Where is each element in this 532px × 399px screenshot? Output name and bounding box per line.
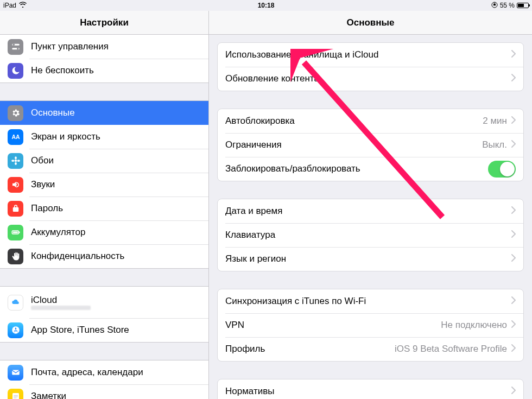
chevron-right-icon [511,206,516,216]
sidebar-item-label: Пункт управления [31,41,109,52]
battery-icon [8,225,23,240]
chevron-right-icon [511,387,516,396]
detail-row-label: Клавиатура [225,230,511,240]
detail-row-label: Нормативы [225,386,511,397]
sidebar-item-sounds[interactable]: Звуки [0,173,208,197]
detail-row[interactable]: Синхронизация с iTunes по Wi-Fi [218,289,523,313]
sidebar-item-label: Конфиденциальность [31,251,124,262]
detail-row-label: VPN [225,320,441,331]
sidebar-item-battery[interactable]: Аккумулятор [0,220,208,244]
sidebar-item-passcode[interactable]: Пароль [0,197,208,220]
sidebar-item-general[interactable]: Основные [0,101,208,125]
sidebar-item-control-center[interactable]: Пункт управления [0,35,208,59]
detail-row[interactable]: ОграниченияВыкл. [218,133,523,157]
detail-row[interactable]: VPNНе подключено [218,313,523,337]
gear-icon [8,105,23,121]
sidebar-item-notes[interactable]: Заметки [0,384,208,399]
notes-icon [8,389,23,400]
wifi-icon [19,2,27,9]
detail-row-label: Обновление контента [225,73,511,84]
settings-sidebar: Настройки Пункт управленияНе беспокоитьО… [0,11,209,399]
sidebar-item-label: Звуки [31,179,55,190]
chevron-right-icon [511,140,516,150]
mail-icon [8,365,23,381]
detail-row-label: Язык и регион [225,254,511,264]
aa-icon [8,129,23,145]
detail-row[interactable]: Дата и время [218,199,523,223]
detail-row-label: Использование хранилища и iCloud [225,49,511,60]
chevron-right-icon [511,74,516,84]
detail-row[interactable]: Заблокировать/разблокировать [218,157,523,181]
chevron-right-icon [511,230,516,240]
device-label: iPad [3,2,16,9]
speaker-icon [8,177,23,193]
orientation-lock-icon [491,2,498,10]
sidebar-item-label: Пароль [31,203,63,214]
detail-row[interactable]: Обновление контента [218,67,523,91]
sidebar-item-display[interactable]: Экран и яркость [0,125,208,149]
sidebar-item-label: Почта, адреса, календари [31,367,143,378]
detail-row-value: 2 мин [483,116,507,126]
battery-icon [517,3,529,8]
chevron-right-icon [511,116,516,126]
sidebar-item-label: Обои [31,155,54,166]
flower-icon [8,153,23,169]
lock-icon [8,201,23,217]
chevron-right-icon [511,320,516,330]
sidebar-item-label: Аккумулятор [31,227,85,238]
sidebar-title: Настройки [80,17,129,28]
sidebar-item-dnd[interactable]: Не беспокоить [0,59,208,83]
detail-row[interactable]: ПрофильiOS 9 Beta Software Profile [218,337,523,361]
sidebar-item-mail[interactable]: Почта, адреса, календари [0,360,208,384]
detail-row-label: Ограничения [225,140,482,150]
detail-row-label: Синхронизация с iTunes по Wi-Fi [225,296,511,307]
sidebar-nav: Настройки [0,11,208,35]
battery-percent: 55 % [500,2,515,9]
sidebar-item-privacy[interactable]: Конфиденциальность [0,244,208,268]
detail-row[interactable]: Язык и регион [218,247,523,271]
chevron-right-icon [511,254,516,264]
chevron-right-icon [511,50,516,60]
detail-row[interactable]: Клавиатура [218,223,523,247]
detail-nav: Основные [209,11,532,35]
detail-row-label: Дата и время [225,206,511,217]
icloud-account-subtitle [31,306,91,310]
moon-icon [8,63,23,79]
sidebar-item-label: Основные [31,107,75,118]
detail-row-label: Автоблокировка [225,116,483,126]
sidebar-item-appstore[interactable]: App Store, iTunes Store [0,318,208,342]
chevron-right-icon [511,344,516,354]
detail-row-label: Профиль [225,344,395,354]
detail-row-label: Заблокировать/разблокировать [225,163,488,174]
status-bar: iPad 10:18 55 % [0,0,532,11]
detail-row[interactable]: Использование хранилища и iCloud [218,43,523,67]
detail-row-value: Не подключено [441,320,507,331]
clock: 10:18 [258,2,275,9]
sidebar-item-label: Заметки [31,391,66,399]
sidebar-item-icloud[interactable]: iCloud [0,287,208,318]
detail-row-value: Выкл. [482,140,507,150]
detail-title: Основные [346,17,394,28]
sidebar-item-wallpaper[interactable]: Обои [0,149,208,173]
switches-icon [8,39,23,55]
detail-row[interactable]: Нормативы [218,379,523,399]
sidebar-item-label: iCloud [31,295,91,306]
detail-row-value: iOS 9 Beta Software Profile [395,344,507,354]
detail-pane: Основные Использование хранилища и iClou… [209,11,532,399]
toggle-switch[interactable] [488,161,516,178]
hand-icon [8,249,23,264]
sidebar-item-label: App Store, iTunes Store [31,325,129,335]
cloud-icon [8,295,23,311]
sidebar-item-label: Не беспокоить [31,65,94,76]
detail-row[interactable]: Автоблокировка2 мин [218,109,523,133]
appstore-icon [8,322,23,338]
sidebar-item-label: Экран и яркость [31,131,100,142]
chevron-right-icon [511,296,516,306]
